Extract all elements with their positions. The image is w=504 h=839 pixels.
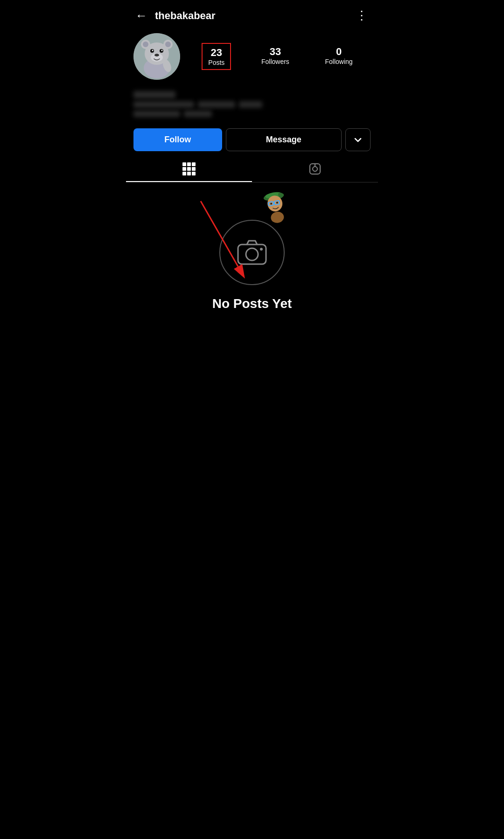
svg-point-28 — [270, 210, 285, 224]
header-username: thebakabear — [155, 10, 216, 22]
tab-grid[interactable] — [126, 156, 252, 182]
bio-blurred-text-1 — [133, 101, 194, 108]
header: ← thebakabear ⋮ — [126, 0, 378, 28]
followers-stat[interactable]: 33 Followers — [256, 43, 295, 70]
svg-point-31 — [260, 248, 263, 251]
posts-stat[interactable]: 23 Posts — [202, 43, 231, 70]
back-button[interactable]: ← — [135, 8, 147, 23]
tabs — [126, 156, 378, 182]
svg-point-30 — [246, 248, 258, 260]
svg-point-15 — [313, 167, 317, 171]
bio-blurred-text-4 — [133, 111, 180, 117]
tagged-icon — [308, 162, 322, 175]
svg-point-6 — [165, 42, 171, 47]
header-left: ← thebakabear — [135, 8, 216, 23]
no-posts-area: No Posts Yet — [126, 182, 378, 330]
content-area: No Posts Yet — [126, 182, 378, 416]
tab-tagged[interactable] — [252, 156, 378, 182]
followers-label: Followers — [261, 58, 289, 65]
bio-row-2 — [133, 101, 371, 108]
avatar[interactable] — [133, 33, 180, 80]
profile-top: 23 Posts 33 Followers 0 Following — [133, 33, 371, 80]
svg-rect-29 — [238, 245, 266, 264]
profile-section: 23 Posts 33 Followers 0 Following — [126, 28, 378, 151]
message-button[interactable]: Message — [226, 128, 342, 151]
bio-area — [133, 87, 371, 122]
follow-button[interactable]: Follow — [133, 128, 222, 151]
bio-row-1 — [133, 91, 371, 98]
svg-point-12 — [161, 50, 163, 51]
svg-point-5 — [143, 42, 148, 47]
grid-icon — [182, 162, 196, 175]
bio-row-3 — [133, 111, 371, 117]
bio-blurred-text-3 — [239, 101, 262, 108]
camera-icon — [236, 236, 268, 269]
dropdown-button[interactable] — [345, 128, 371, 151]
action-buttons: Follow Message — [133, 128, 371, 151]
avatar-container — [133, 33, 180, 80]
following-label: Following — [325, 58, 353, 65]
no-posts-title: No Posts Yet — [212, 296, 292, 311]
followers-count: 33 — [270, 46, 281, 58]
more-options-button[interactable]: ⋮ — [356, 8, 369, 23]
following-count: 0 — [336, 46, 342, 58]
svg-point-8 — [154, 54, 159, 56]
posts-count: 23 — [211, 47, 222, 59]
stats-container: 23 Posts 33 Followers 0 Following — [189, 43, 371, 70]
posts-label: Posts — [208, 59, 224, 66]
following-stat[interactable]: 0 Following — [320, 43, 358, 70]
bio-blurred-name — [133, 91, 175, 98]
bio-blurred-text-2 — [198, 101, 235, 108]
svg-point-11 — [152, 50, 154, 51]
bio-blurred-text-5 — [184, 111, 212, 117]
